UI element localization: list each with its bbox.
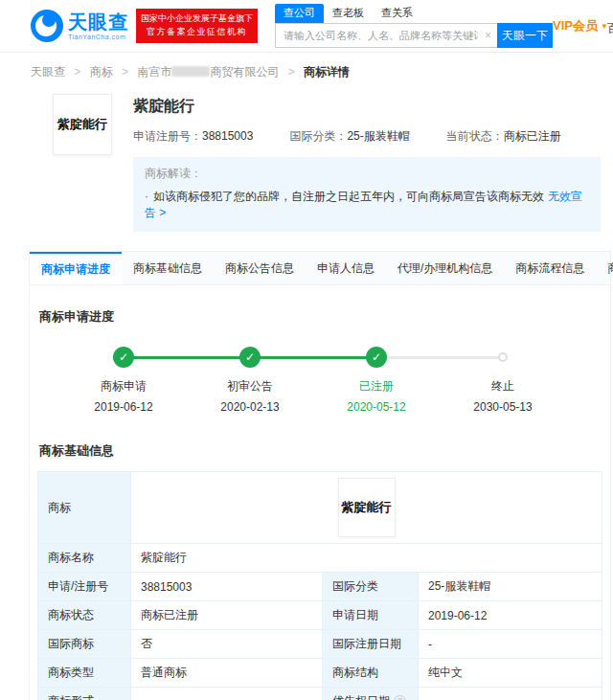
table-row: 商标 紫腚能行 <box>38 472 602 544</box>
tab-basic-info[interactable]: 商标基础信息 <box>122 252 214 284</box>
vip-label: VIP会员 <box>553 17 598 34</box>
step-date: 2019-06-12 <box>60 400 187 414</box>
trademark-note-box: 商标解读： ·如该商标侵犯了您的品牌，自注册之日起五年内，可向商标局宣告该商标无… <box>133 157 601 232</box>
application-progress-track: ✓ 商标申请 2019-06-12 ✓ 初审公告 2020-02-13 ✓ 已注… <box>60 347 566 414</box>
field-value: 否 <box>131 630 323 659</box>
trademark-image-cell: 紫腚能行 <box>131 472 602 544</box>
breadcrumb-trademark[interactable]: 商标 <box>90 65 113 79</box>
bullet-icon: · <box>145 190 148 203</box>
step-label: 终止 <box>440 378 566 395</box>
field-value: - <box>419 688 602 700</box>
field-label: 商标状态 <box>38 601 131 630</box>
tianyancha-logo[interactable]: 天眼查 TianYanCha.com <box>31 10 128 42</box>
company-suffix: 商贸有限公司 <box>210 65 279 79</box>
progress-step-preliminary: ✓ 初审公告 2020-02-13 <box>187 347 313 414</box>
clear-icon[interactable]: × <box>485 29 491 42</box>
trademark-meta: 申请注册号：38815003 国际分类：25-服装鞋帽 当前状态：商标已注册 <box>133 128 601 145</box>
field-label: 商标名称 <box>38 544 131 573</box>
field-label-text: 优先权日期 <box>332 694 390 700</box>
progress-step-termination: 终止 2030-05-13 <box>440 347 566 414</box>
vip-member-menu[interactable]: VIP会员 ▼ <box>553 17 608 34</box>
step-date: 2020-05-12 <box>313 400 440 414</box>
breadcrumb-home[interactable]: 天眼查 <box>31 65 65 79</box>
gov-certification-badge: 国家中小企业发展子基金旗下 官方备案企业征信机构 <box>136 9 258 43</box>
check-icon: ✓ <box>366 347 387 368</box>
breadcrumb-current: 商标详情 <box>304 65 350 79</box>
field-value: 25-服装鞋帽 <box>419 573 602 601</box>
tab-application-progress[interactable]: 商标申请进度 <box>30 252 122 284</box>
breadcrumb-company[interactable]: 南宫市商贸有限公司 <box>137 65 279 79</box>
intl-class-value: 25-服装鞋帽 <box>347 129 409 143</box>
tab-gazette-info[interactable]: 商标公告信息 <box>214 252 306 284</box>
field-value: 商标已注册 <box>131 601 323 630</box>
field-label: 商标 <box>38 472 131 544</box>
step-label: 初审公告 <box>187 378 313 395</box>
field-value: - <box>131 688 323 700</box>
status-value: 商标已注册 <box>504 129 561 143</box>
logo-text: 天眼查 <box>68 12 128 32</box>
reg-no-label: 申请注册号： <box>133 129 202 143</box>
basic-info-section-title: 商标基础信息 <box>30 419 610 460</box>
field-label: 商标类型 <box>38 659 131 688</box>
field-label: 优先权日期? <box>323 688 419 700</box>
search-input[interactable] <box>275 23 497 48</box>
table-row: 商标状态 商标已注册 申请日期 2019-06-12 <box>38 601 602 630</box>
progress-step-registered: ✓ 已注册 2020-05-12 <box>313 347 440 414</box>
badge-line2: 官方备案企业征信机构 <box>141 26 253 39</box>
trademark-thumbnail[interactable]: 紫腚能行 <box>53 94 112 155</box>
trademark-title: 紫腚能行 <box>133 97 601 117</box>
breadcrumb-separator: > <box>74 65 80 79</box>
badge-line1: 国家中小企业发展子基金旗下 <box>141 12 253 26</box>
field-value: 紫腚能行 <box>131 544 602 573</box>
search-tab-boss[interactable]: 查老板 <box>324 4 373 23</box>
step-date: 2020-02-13 <box>187 400 313 414</box>
progress-step-applied: ✓ 商标申请 2019-06-12 <box>60 347 187 414</box>
field-label: 商标形式 <box>38 688 131 700</box>
search-button[interactable]: 天眼一下 <box>497 23 553 48</box>
note-text: 如该商标侵犯了您的品牌，自注册之日起五年内，可向商标局宣告该商标无效 <box>153 190 544 203</box>
step-date: 2030-05-13 <box>440 400 566 414</box>
breadcrumb: 天眼查 > 商标 > 南宫市商贸有限公司 > 商标详情 <box>0 53 613 86</box>
status-label: 当前状态： <box>446 129 504 143</box>
field-label: 申请日期 <box>323 601 419 630</box>
tab-process-info[interactable]: 商标流程信息 <box>504 252 596 284</box>
tab-goods-services[interactable]: 商品/服务项目 <box>596 252 613 284</box>
field-label: 国际注册日期 <box>323 630 419 659</box>
site-header: 天眼查 TianYanCha.com 国家中小企业发展子基金旗下 官方备案企业征… <box>0 0 613 53</box>
field-value: 普通商标 <box>131 659 323 688</box>
redacted-company-name <box>171 66 210 77</box>
logo-subtext: TianYanCha.com <box>68 34 128 40</box>
reg-no-value: 38815003 <box>202 129 253 143</box>
breadcrumb-separator: > <box>288 65 295 79</box>
tab-applicant-info[interactable]: 申请人信息 <box>306 252 386 284</box>
detail-nav-tabs: 商标申请进度 商标基础信息 商标公告信息 申请人信息 代理/办理机构信息 商标流… <box>29 251 611 285</box>
field-value: 38815003 <box>131 573 323 601</box>
step-label: 已注册 <box>313 378 440 395</box>
help-icon[interactable]: ? <box>394 695 406 700</box>
tab-agency-info[interactable]: 代理/办理机构信息 <box>386 252 504 284</box>
progress-section-title: 商标申请进度 <box>30 285 610 326</box>
field-value: 纯中文 <box>419 659 602 688</box>
table-row: 商标名称 紫腚能行 <box>38 544 602 573</box>
field-value: - <box>419 630 602 659</box>
pending-circle-icon <box>498 352 508 362</box>
trademark-image[interactable]: 紫腚能行 <box>338 478 396 537</box>
field-label: 申请/注册号 <box>38 573 131 601</box>
search-tabs: 查公司 查老板 查关系 <box>275 4 553 23</box>
table-row: 申请/注册号 38815003 国际分类 25-服装鞋帽 <box>38 573 602 601</box>
table-row: 商标形式 - 优先权日期? - <box>38 688 602 700</box>
breadcrumb-separator: > <box>122 65 128 79</box>
search-tab-relation[interactable]: 查关系 <box>373 4 421 23</box>
search-area: 查公司 查老板 查关系 × 天眼一下 <box>275 4 553 48</box>
intl-class-label: 国际分类： <box>289 129 347 143</box>
field-value: 2019-06-12 <box>419 601 602 630</box>
company-prefix: 南宫市 <box>137 65 171 79</box>
search-tab-company[interactable]: 查公司 <box>275 4 324 23</box>
trademark-header: 紫腚能行 紫腚能行 申请注册号：38815003 国际分类：25-服装鞋帽 当前… <box>0 86 613 232</box>
field-label: 商标结构 <box>323 659 419 688</box>
field-label: 国际分类 <box>323 573 419 601</box>
field-label: 国际商标 <box>38 630 131 659</box>
table-row: 商标类型 普通商标 商标结构 纯中文 <box>38 659 602 688</box>
check-icon: ✓ <box>239 347 261 368</box>
check-icon: ✓ <box>113 347 134 368</box>
